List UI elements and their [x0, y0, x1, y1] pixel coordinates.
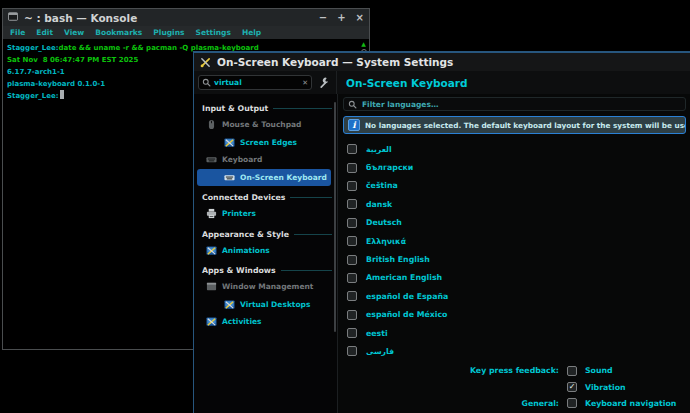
language-row[interactable]: български: [343, 158, 686, 176]
language-row[interactable]: eesti: [343, 324, 686, 342]
sidebar-item-label: Printers: [222, 209, 256, 218]
language-row[interactable]: American English: [343, 269, 686, 287]
search-icon: [348, 100, 357, 109]
printer-icon: [206, 208, 217, 219]
language-row[interactable]: español de México: [343, 306, 686, 324]
language-checkbox[interactable]: [347, 291, 357, 301]
info-banner: i No languages selected. The default key…: [343, 116, 686, 134]
check-icon: ✓: [569, 383, 576, 391]
keyboard-navigation-checkbox[interactable]: [567, 398, 577, 408]
settings-titlebar[interactable]: On-Screen Keyboard — System Settings: [194, 53, 690, 71]
settings-sidebar: Input & OutputMouse & TouchpadScreen Edg…: [194, 94, 338, 413]
search-value: virtual: [214, 78, 299, 87]
sidebar-item-label: Activities: [222, 317, 262, 326]
language-checkbox[interactable]: [347, 255, 357, 265]
language-checkbox[interactable]: [347, 199, 357, 209]
feedback-row: ✓Vibration: [343, 379, 686, 395]
sidebar-item-label: Mouse & Touchpad: [222, 120, 301, 129]
sidebar-scrollbar-thumb[interactable]: [334, 102, 336, 332]
sidebar-item-animations[interactable]: Animations: [197, 242, 331, 260]
info-icon: i: [348, 119, 360, 131]
language-checkbox[interactable]: [347, 163, 357, 173]
menu-item-file[interactable]: File: [10, 28, 25, 37]
language-row[interactable]: español de España: [343, 287, 686, 305]
language-checkbox[interactable]: [347, 273, 357, 283]
language-row[interactable]: British English: [343, 250, 686, 268]
menu-item-view[interactable]: View: [64, 28, 84, 37]
sidebar-item-printers[interactable]: Printers: [197, 205, 331, 223]
config-icon: [206, 316, 217, 327]
language-label: español de España: [366, 292, 448, 301]
sidebar-item-mouse-touchpad[interactable]: Mouse & Touchpad: [197, 116, 331, 134]
language-label: Deutsch: [366, 218, 402, 227]
minimize-button[interactable]: −: [319, 13, 327, 23]
sidebar-item-virtual-desktops[interactable]: Virtual Desktops: [197, 296, 331, 314]
language-label: American English: [366, 273, 442, 282]
section-divider: [273, 108, 332, 109]
menu-item-help[interactable]: Help: [242, 28, 261, 37]
konsole-titlebar[interactable]: ~ : bash — Konsole − + ×: [3, 9, 369, 26]
terminal-text: 6.17.7-arch1-1: [7, 68, 65, 76]
section-divider: [281, 270, 332, 271]
section-divider: [290, 197, 332, 198]
language-label: español de México: [366, 310, 447, 319]
page-title: On-Screen Keyboard: [346, 77, 468, 89]
close-button[interactable]: ×: [356, 13, 364, 23]
search-icon: [202, 78, 211, 87]
sidebar-item-on-screen-keyboard[interactable]: On-Screen Keyboard: [197, 169, 331, 187]
language-checkbox[interactable]: [347, 218, 357, 228]
sidebar-item-label: Animations: [222, 246, 270, 255]
language-checkbox[interactable]: [347, 144, 357, 154]
language-checkbox[interactable]: [347, 328, 357, 338]
sidebar-section-label: Apps & Windows: [202, 266, 276, 275]
configure-button[interactable]: [312, 73, 334, 92]
language-label: български: [366, 163, 413, 172]
menu-item-bookmarks[interactable]: Bookmarks: [95, 28, 142, 37]
language-label: British English: [366, 255, 430, 264]
settings-body: Input & OutputMouse & TouchpadScreen Edg…: [194, 94, 690, 413]
menu-item-settings[interactable]: Settings: [195, 28, 230, 37]
language-row[interactable]: فارسی: [343, 342, 686, 360]
sidebar-section-header: Apps & Windows: [194, 263, 334, 278]
menu-item-plugins[interactable]: Plugins: [153, 28, 184, 37]
language-label: العربية: [366, 145, 392, 154]
search-input[interactable]: virtual ✕: [198, 75, 312, 90]
language-row[interactable]: dansk: [343, 195, 686, 213]
feedback-row: General:Keyboard navigation: [343, 395, 686, 411]
sidebar-item-label: Virtual Desktops: [240, 300, 310, 309]
settings-toolbar: virtual ✕ On-Screen Keyboard: [194, 71, 690, 94]
sidebar-item-screen-edges[interactable]: Screen Edges: [197, 134, 331, 152]
konsole-window-title: ~ : bash — Konsole: [24, 12, 137, 24]
menu-item-edit[interactable]: Edit: [36, 28, 53, 37]
language-label: dansk: [366, 200, 392, 209]
terminal-text: Stagger_Lee:: [7, 92, 59, 100]
language-row[interactable]: Ελληνικά: [343, 232, 686, 250]
language-row[interactable]: čeština: [343, 177, 686, 195]
maximize-button[interactable]: +: [337, 13, 345, 23]
filter-languages-input[interactable]: Filter languages…: [343, 97, 686, 111]
feedback-option-label: Sound: [585, 366, 613, 375]
language-label: فارسی: [366, 347, 394, 356]
terminal-text: Sat Nov 8 06:47:47 PM EST 2025: [7, 56, 138, 64]
language-checkbox[interactable]: [347, 346, 357, 356]
sidebar-item-activities[interactable]: Activities: [197, 313, 331, 331]
language-checkbox[interactable]: [347, 181, 357, 191]
sidebar-item-keyboard[interactable]: Keyboard: [197, 151, 331, 169]
language-checkbox[interactable]: [347, 310, 357, 320]
terminal-text: plasma-keyboard 0.1.0-1: [7, 80, 105, 88]
language-label: eesti: [366, 329, 388, 338]
sidebar-item-window-management[interactable]: Window Management: [197, 278, 331, 296]
vibration-checkbox[interactable]: ✓: [567, 382, 577, 392]
language-row[interactable]: العربية: [343, 140, 686, 158]
window-icon: [206, 281, 217, 292]
feedback-option-label: Keyboard navigation: [585, 399, 676, 408]
config-icon: [206, 245, 217, 256]
clear-search-icon[interactable]: ✕: [302, 79, 308, 87]
config-icon: [224, 137, 235, 148]
scroll-up-icon[interactable]: ▲: [361, 40, 366, 47]
sidebar-item-label: Keyboard: [222, 155, 262, 164]
sidebar-section-label: Appearance & Style: [202, 230, 289, 239]
language-checkbox[interactable]: [347, 236, 357, 246]
language-row[interactable]: Deutsch: [343, 214, 686, 232]
sound-checkbox[interactable]: [567, 366, 577, 376]
